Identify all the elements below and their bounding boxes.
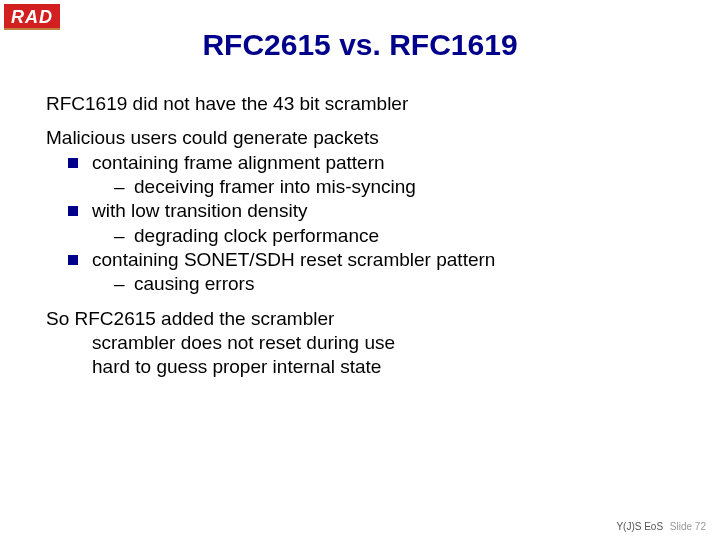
dash-icon: – [114,175,128,199]
paragraph-3-line-3: hard to guess proper internal state [46,355,680,379]
footer-slide-number: Slide 72 [670,521,706,532]
bullet-1: containing frame alignment pattern [46,151,680,175]
bullet-2-sub-text: degrading clock performance [134,224,379,248]
bullet-3-sub: – causing errors [46,272,680,296]
paragraph-3-line-2: scrambler does not reset during use [46,331,680,355]
dash-icon: – [114,272,128,296]
bullet-1-text: containing frame alignment pattern [92,151,385,175]
paragraph-1: RFC1619 did not have the 43 bit scramble… [46,92,680,116]
bullet-3-sub-text: causing errors [134,272,254,296]
dash-icon: – [114,224,128,248]
bullet-3-text: containing SONET/SDH reset scrambler pat… [92,248,495,272]
slide-title: RFC2615 vs. RFC1619 [0,28,720,62]
bullet-1-sub-text: deceiving framer into mis-syncing [134,175,416,199]
slide-footer: Y(J)S EoS Slide 72 [616,521,706,532]
bullet-2-text: with low transition density [92,199,307,223]
square-bullet-icon [68,206,78,216]
bullet-1-sub: – deceiving framer into mis-syncing [46,175,680,199]
bullet-2: with low transition density [46,199,680,223]
slide-body: RFC1619 did not have the 43 bit scramble… [46,92,680,379]
brand-logo: RAD [4,4,60,30]
bullet-2-sub: – degrading clock performance [46,224,680,248]
paragraph-3-line-1: So RFC2615 added the scrambler [46,307,680,331]
paragraph-2-intro: Malicious users could generate packets [46,126,680,150]
square-bullet-icon [68,255,78,265]
bullet-3: containing SONET/SDH reset scrambler pat… [46,248,680,272]
footer-label: Y(J)S EoS [616,521,663,532]
square-bullet-icon [68,158,78,168]
